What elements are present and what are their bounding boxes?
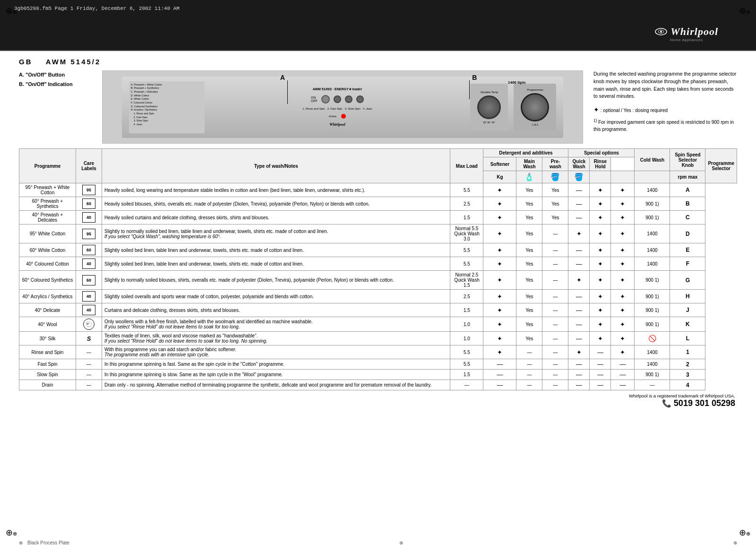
- cell-care: 40: [76, 211, 102, 224]
- cell-quickwash: —: [568, 257, 590, 271]
- top-section: A. "On/Off" Button B. "On/Off" Indicatio…: [19, 70, 737, 144]
- cell-prewash: —: [542, 290, 568, 303]
- cell-rinsehold: —: [590, 359, 611, 370]
- cell-prewash: —: [542, 303, 568, 317]
- cell-spinspeed: 🚫: [635, 332, 670, 345]
- on-off-knob: [321, 95, 330, 104]
- temp-dial: [477, 95, 501, 119]
- note1: ✦ : optional / Yes : dosing required: [593, 105, 737, 115]
- cell-rinsehold: ✦: [590, 243, 611, 257]
- spin-label: 1400 Spin: [508, 80, 525, 85]
- cell-notes: Slightly soiled overalls and sports wear…: [102, 290, 450, 303]
- cell-load: 5.5: [450, 183, 483, 197]
- cell-coldwash: ✦: [611, 317, 635, 332]
- asterisk-symbol: ✦: [593, 106, 599, 113]
- th-care: Care Labels: [76, 149, 102, 183]
- cell-mainwash: Yes: [516, 303, 542, 317]
- cell-quickwash: —: [568, 317, 590, 332]
- table-row: 30° Silk S Textiles made of linen, silk,…: [19, 332, 737, 345]
- main-content: GB AWM 5145/2 A. "On/Off" Button B. "On/…: [0, 51, 756, 408]
- table-row: 40° Delicate 40 Curtains and delicate cl…: [19, 303, 737, 317]
- cell-mainwash: —: [516, 345, 542, 359]
- brand-sub: Home Appliances: [670, 38, 703, 42]
- table-body: 95° Prewash + White Cotton 95 Heavily so…: [19, 183, 737, 390]
- whirlpool-icon: [654, 27, 668, 36]
- cell-quickwash: ✦: [568, 271, 590, 290]
- cell-prewash: —: [542, 380, 568, 390]
- table-row: Drain — Drain only - no spinning. Altern…: [19, 380, 737, 390]
- arrow-a: [287, 80, 288, 104]
- cell-notes: Slightly soiled bed linen, table linen a…: [102, 243, 450, 257]
- cell-notes: Drain only - no spinning. Alternative me…: [102, 380, 450, 390]
- footer-right-mark: ⊕: [733, 540, 737, 545]
- cell-care: 60: [76, 271, 102, 290]
- cell-coldwash: ✦: [611, 303, 635, 317]
- cell-spinspeed: 900 1): [635, 370, 670, 380]
- cell-care: 40: [76, 290, 102, 303]
- cell-rinsehold: ✦: [590, 303, 611, 317]
- file-info-text: 3gb05298.fm5 Page 1 Friday, December 6, …: [14, 6, 180, 11]
- cell-rinsehold: —: [590, 370, 611, 380]
- brand-name: Whirlpool: [670, 26, 718, 38]
- cell-programme: 40° Delicate: [19, 303, 76, 317]
- footer-reg-mark: ⊕: [19, 540, 23, 545]
- cell-coldwash: ✦: [611, 224, 635, 243]
- cell-selector: 3: [670, 370, 705, 380]
- logo-bar: Whirlpool Home Appliances: [0, 17, 756, 51]
- description-main: During the selected washing programme th…: [593, 70, 737, 100]
- table-row: Slow Spin — In this programme spinning i…: [19, 370, 737, 380]
- cell-programme: Rinse and Spin: [19, 345, 76, 359]
- cell-mainwash: Yes: [516, 243, 542, 257]
- cell-rinsehold: ✦: [590, 290, 611, 303]
- quick-knob: [334, 95, 341, 103]
- cell-notes: Slightly soiled bed linen, table linen a…: [102, 257, 450, 271]
- table-row: 40° Prewash + Delicates 40 Heavily soile…: [19, 211, 737, 224]
- cell-prewash: —: [542, 243, 568, 257]
- cell-prewash: —: [542, 224, 568, 243]
- th-load: Max Load: [450, 149, 483, 183]
- cell-care: 95: [76, 183, 102, 197]
- table-row: 40° Acrylics / Synthetics 40 Slightly so…: [19, 290, 737, 303]
- cell-load: 5.5: [450, 345, 483, 359]
- reg-mark-bl: ⊕: [6, 527, 17, 538]
- cell-programme: 95° Prewash + White Cotton: [19, 183, 76, 197]
- th-load-unit: Kg: [483, 171, 516, 183]
- cell-care: —: [76, 359, 102, 370]
- th-quickwash-empty: [590, 171, 611, 183]
- cell-programme: Fast Spin: [19, 359, 76, 370]
- cell-softener: ✦: [483, 183, 516, 197]
- table-row: 60° White Cotton 60 Slightly soiled bed …: [19, 243, 737, 257]
- cell-care: S: [76, 332, 102, 345]
- cell-quickwash: —: [568, 183, 590, 197]
- cell-spinspeed: 1400: [635, 345, 670, 359]
- cell-prewash: —: [542, 257, 568, 271]
- cell-quickwash: —: [568, 243, 590, 257]
- cell-selector: D: [670, 224, 705, 243]
- cell-selector: B: [670, 197, 705, 211]
- cell-rinsehold: ✦: [590, 224, 611, 243]
- table-row: Rinse and Spin — With this programme you…: [19, 345, 737, 359]
- cell-mainwash: Yes: [516, 211, 542, 224]
- cell-prewash: Yes: [542, 183, 568, 197]
- cell-quickwash: —: [568, 332, 590, 345]
- cell-softener: ✦: [483, 257, 516, 271]
- cell-spinspeed: 1400: [635, 243, 670, 257]
- phone-number: 📞 5019 301 05298: [19, 398, 735, 408]
- th-softener: Softener: [483, 157, 516, 171]
- th-rinsehold: Rinse Hold: [590, 157, 611, 171]
- cell-selector: E: [670, 243, 705, 257]
- cell-care: —: [76, 345, 102, 359]
- cell-rinsehold: ✦: [590, 211, 611, 224]
- cell-care: 95: [76, 224, 102, 243]
- cell-mainwash: —: [516, 370, 542, 380]
- cell-load: 1.5: [450, 303, 483, 317]
- reg-mark-br: ⊕: [739, 527, 750, 538]
- cell-prewash: —: [542, 370, 568, 380]
- cell-coldwash: ✦: [611, 197, 635, 211]
- cell-rinsehold: ✦: [590, 317, 611, 332]
- cell-spinspeed: 1400: [635, 359, 670, 370]
- cell-selector: K: [670, 317, 705, 332]
- table-row: 40° Coloured Cotton 40 Slightly soiled b…: [19, 257, 737, 271]
- th-mainwash-icon: 🪣: [542, 171, 568, 183]
- cell-mainwash: —: [516, 380, 542, 390]
